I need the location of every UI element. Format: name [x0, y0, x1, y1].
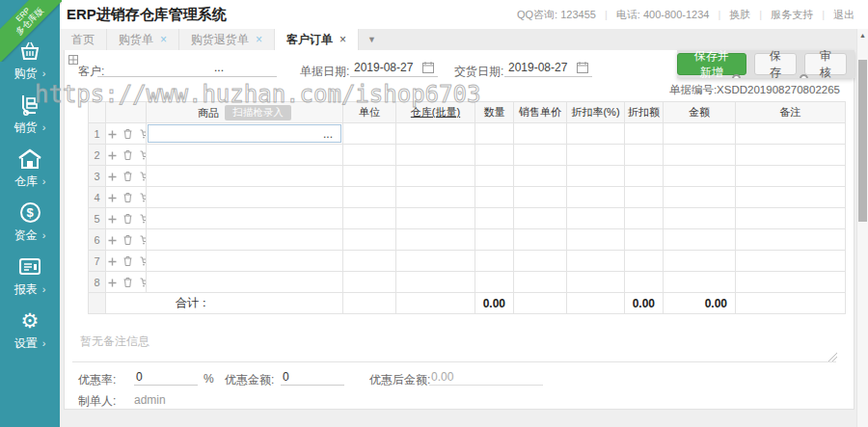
customer-picker-field[interactable]: [97, 58, 277, 77]
qty-cell[interactable]: [475, 208, 514, 229]
calendar-icon[interactable]: [422, 62, 434, 73]
warehouse-cell[interactable]: [396, 208, 475, 229]
tab-purchase-return[interactable]: 购货退货单 ×: [179, 29, 275, 50]
price-cell[interactable]: [514, 251, 567, 272]
discount-amt-cell[interactable]: [625, 272, 664, 293]
cart-row-icon[interactable]: [140, 214, 147, 224]
amount-cell[interactable]: [664, 229, 736, 251]
sidebar-item-funds[interactable]: $ 资金›: [0, 195, 60, 249]
logout-link[interactable]: 退出: [833, 8, 854, 22]
delivery-date-field[interactable]: 2019-08-27: [504, 58, 592, 77]
qty-cell[interactable]: [475, 272, 514, 293]
scrollbar-thumb[interactable]: [858, 60, 867, 222]
product-cell[interactable]: [147, 187, 343, 208]
qty-cell[interactable]: [475, 187, 514, 208]
product-cell[interactable]: [147, 272, 343, 293]
price-cell[interactable]: [514, 229, 567, 251]
warehouse-batch-link[interactable]: 仓库(批量): [411, 106, 460, 118]
cart-row-icon[interactable]: [140, 278, 147, 287]
tab-list-dropdown-icon[interactable]: ▼: [359, 29, 385, 50]
remark-cell[interactable]: [736, 145, 846, 166]
product-cell[interactable]: ...: [147, 123, 343, 145]
cart-row-icon[interactable]: [140, 235, 147, 245]
unit-cell[interactable]: [343, 123, 396, 145]
price-cell[interactable]: [514, 145, 567, 166]
discount-rate-cell[interactable]: [567, 229, 625, 251]
discount-amt-cell[interactable]: [625, 229, 664, 251]
qty-cell[interactable]: [475, 166, 514, 187]
product-cell[interactable]: [147, 229, 343, 251]
tab-customer-order[interactable]: 客户订单 ×: [275, 29, 359, 50]
sidebar-item-sales[interactable]: 销货›: [0, 87, 60, 141]
remark-cell[interactable]: [736, 166, 846, 187]
sidebar-item-warehouse[interactable]: 仓库›: [0, 141, 60, 195]
product-picker[interactable]: ...: [148, 124, 341, 143]
discount-amt-cell[interactable]: [625, 145, 664, 166]
discount-rate-cell[interactable]: [567, 123, 625, 145]
cart-row-icon[interactable]: [140, 129, 147, 139]
remark-cell[interactable]: [736, 187, 846, 208]
delete-row-icon[interactable]: [123, 172, 132, 181]
cart-row-icon[interactable]: [140, 150, 147, 160]
discount-amt-cell[interactable]: [625, 123, 664, 145]
close-icon[interactable]: ×: [256, 33, 262, 46]
add-row-icon[interactable]: [108, 215, 117, 224]
cart-row-icon[interactable]: [140, 193, 147, 202]
warehouse-cell[interactable]: [396, 145, 475, 166]
amount-cell[interactable]: [664, 208, 736, 229]
close-icon[interactable]: ×: [160, 33, 167, 46]
product-cell[interactable]: [147, 208, 343, 229]
unit-cell[interactable]: [343, 272, 396, 293]
unit-cell[interactable]: [343, 145, 396, 166]
price-cell[interactable]: [514, 272, 567, 293]
discount-amount-input[interactable]: [281, 368, 344, 386]
unit-cell[interactable]: [343, 187, 396, 208]
unit-cell[interactable]: [343, 229, 396, 251]
toggle-grid-icon[interactable]: [68, 54, 78, 67]
scroll-up-icon[interactable]: ▲: [857, 32, 868, 39]
delete-row-icon[interactable]: [123, 278, 132, 287]
support-link[interactable]: 服务支持: [771, 8, 813, 22]
save-button[interactable]: 保存: [754, 53, 797, 75]
product-cell[interactable]: [147, 145, 343, 166]
warehouse-cell[interactable]: [396, 166, 475, 187]
doc-date-field[interactable]: 2019-08-27: [350, 58, 438, 77]
add-row-icon[interactable]: [108, 173, 117, 181]
price-cell[interactable]: [514, 123, 567, 145]
discount-amt-cell[interactable]: [625, 166, 664, 187]
remark-cell[interactable]: [736, 272, 846, 293]
discount-rate-input[interactable]: [134, 368, 198, 386]
save-and-new-button[interactable]: 保存并新增: [677, 53, 746, 75]
qty-cell[interactable]: [475, 251, 514, 272]
discount-rate-cell[interactable]: [567, 187, 625, 208]
amount-cell[interactable]: [664, 123, 736, 145]
warehouse-cell[interactable]: [396, 187, 475, 208]
delete-row-icon[interactable]: [123, 256, 132, 266]
remark-cell[interactable]: [736, 229, 846, 251]
vertical-scrollbar[interactable]: ▲: [856, 29, 868, 427]
price-cell[interactable]: [514, 187, 567, 208]
unit-cell[interactable]: [343, 166, 396, 187]
order-remark-textarea[interactable]: [72, 328, 836, 362]
add-row-icon[interactable]: [108, 151, 117, 160]
delete-row-icon[interactable]: [123, 235, 132, 245]
add-row-icon[interactable]: [108, 130, 117, 139]
qty-cell[interactable]: [475, 145, 514, 166]
delete-row-icon[interactable]: [123, 150, 132, 160]
add-row-icon[interactable]: [108, 257, 117, 266]
add-row-icon[interactable]: [108, 236, 117, 245]
unit-cell[interactable]: [343, 208, 396, 229]
amount-cell[interactable]: [664, 187, 736, 208]
remark-cell[interactable]: [736, 208, 846, 229]
amount-cell[interactable]: [664, 145, 736, 166]
remark-cell[interactable]: [736, 123, 846, 145]
sidebar-item-settings[interactable]: ⚙ 设置›: [0, 303, 60, 357]
tab-home[interactable]: 首页: [60, 29, 107, 50]
resize-grip-icon[interactable]: [828, 353, 837, 361]
tab-purchase-order[interactable]: 购货单 ×: [107, 29, 179, 50]
discount-rate-cell[interactable]: [567, 208, 625, 229]
delete-row-icon[interactable]: [123, 214, 132, 224]
amount-cell[interactable]: [664, 251, 736, 272]
discount-rate-cell[interactable]: [567, 251, 625, 272]
discount-amt-cell[interactable]: [625, 208, 664, 229]
